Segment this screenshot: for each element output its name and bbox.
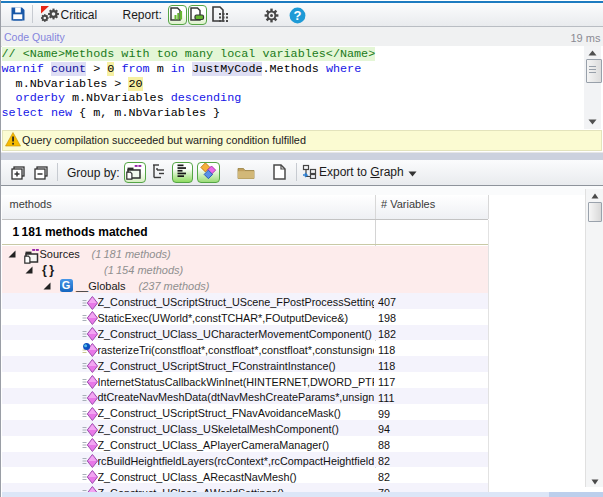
svg-text:?: ? [294,8,302,23]
